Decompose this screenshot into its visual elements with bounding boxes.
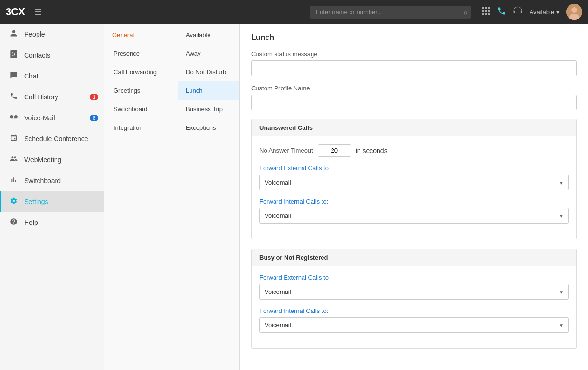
unanswered-forward-external-select-wrap: Voicemail Extension No Answer (259, 175, 569, 190)
status-chevron: ▾ (556, 9, 560, 16)
no-answer-timeout-label: No Answer Timeout (259, 147, 313, 154)
presence-available-label: Available (186, 31, 211, 39)
svg-rect-6 (482, 13, 484, 15)
sidebar-item-switchboard[interactable]: Switchboard (0, 170, 104, 191)
unanswered-calls-header: Unanswered Calls (252, 119, 576, 136)
svg-rect-5 (488, 10, 490, 12)
sidebar-switchboard-label: Switchboard (24, 177, 61, 185)
svg-point-10 (571, 7, 577, 13)
schedule-conference-icon (9, 134, 19, 144)
no-answer-timeout-row: No Answer Timeout in seconds (259, 144, 569, 157)
grid-icon[interactable] (482, 7, 490, 18)
unanswered-forward-external-label: Forward External Calls to (259, 165, 569, 172)
sidebar-item-contacts[interactable]: Contacts (0, 45, 104, 66)
call-history-badge: 1 (90, 94, 98, 100)
presence-lunch[interactable]: Lunch (178, 81, 239, 100)
logo-3: 3 (6, 6, 11, 18)
no-answer-timeout-input[interactable] (318, 144, 351, 157)
sidebar-item-help[interactable]: Help (0, 212, 104, 233)
settings-call-forwarding-label: Call Forwarding (114, 68, 157, 76)
sidebar-item-call-history[interactable]: Call History 1 (0, 87, 104, 107)
content-area: Lunch Custom status message Custom Profi… (240, 24, 588, 370)
busy-forward-internal-label: Forward Internal Calls to: (259, 307, 569, 314)
page-title: Lunch (251, 33, 577, 42)
sidebar-call-history-label: Call History (24, 93, 58, 101)
topbar: 3CX ☰ ⌕ Available ▾ (0, 0, 588, 24)
settings-general-label: General (112, 31, 134, 39)
presence-dnd-label: Do Not Disturb (186, 68, 226, 76)
topbar-icons: Available ▾ (482, 4, 582, 20)
settings-general[interactable]: General (104, 26, 178, 44)
webmeeting-icon (9, 155, 19, 165)
hamburger-icon[interactable]: ☰ (34, 7, 42, 17)
busy-forward-external-select-wrap: Voicemail Extension No Answer (259, 284, 569, 300)
settings-integration[interactable]: Integration (104, 118, 178, 137)
sidebar-item-webmeeting[interactable]: WebMeeting (0, 149, 104, 170)
phone-icon[interactable] (497, 6, 506, 18)
sidebar-settings-label: Settings (24, 198, 48, 205)
settings-switchboard[interactable]: Switchboard (104, 100, 178, 118)
search-bar: ⌕ (310, 6, 471, 19)
svg-rect-1 (485, 7, 487, 9)
unanswered-calls-section: Unanswered Calls No Answer Timeout in se… (251, 119, 577, 239)
presence-exceptions[interactable]: Exceptions (178, 118, 239, 137)
sidebar-schedule-label: Schedule Conference (24, 135, 88, 143)
search-input[interactable] (310, 6, 471, 19)
sidebar-webmeeting-label: WebMeeting (24, 156, 61, 164)
custom-status-message-input[interactable] (251, 60, 577, 76)
headset-icon[interactable] (513, 6, 522, 18)
contacts-icon (9, 50, 19, 60)
svg-rect-3 (482, 10, 484, 12)
status-selector[interactable]: Available ▾ (529, 9, 560, 16)
status-label: Available (529, 9, 554, 16)
settings-presence[interactable]: Presence (104, 44, 178, 63)
settings-call-forwarding[interactable]: Call Forwarding (104, 63, 178, 81)
presence-away-label: Away (186, 50, 201, 57)
unanswered-forward-internal-label: Forward Internal Calls to: (259, 198, 569, 205)
sidebar-help-label: Help (24, 219, 38, 226)
avatar[interactable] (566, 4, 582, 20)
custom-profile-name-input[interactable] (251, 95, 577, 110)
sidebar-contacts-label: Contacts (24, 51, 50, 59)
settings-greetings[interactable]: Greetings (104, 81, 178, 100)
sidebar-item-people[interactable]: People (0, 24, 104, 45)
busy-forward-internal-select-wrap: Voicemail Extension No Answer (259, 317, 569, 333)
voicemail-icon (9, 113, 19, 123)
presence-business-trip-label: Business Trip (186, 106, 223, 113)
main-layout: People Contacts Chat Call History 1 Vo (0, 24, 588, 370)
in-seconds-label: in seconds (356, 147, 388, 155)
presence-do-not-disturb[interactable]: Do Not Disturb (178, 63, 239, 81)
svg-rect-0 (482, 7, 484, 9)
settings-integration-label: Integration (114, 124, 142, 131)
custom-status-message-label: Custom status message (251, 50, 577, 58)
sidebar-voicemail-label: Voice-Mail (24, 114, 55, 122)
sidebar-chat-label: Chat (24, 72, 38, 80)
settings-presence-label: Presence (114, 50, 140, 57)
settings-switchboard-label: Switchboard (114, 106, 148, 113)
busy-forward-internal-select[interactable]: Voicemail Extension No Answer (259, 317, 569, 333)
presence-available[interactable]: Available (178, 26, 239, 44)
settings-greetings-label: Greetings (114, 87, 140, 94)
busy-forward-external-label: Forward External Calls to (259, 274, 569, 281)
unanswered-forward-external-select[interactable]: Voicemail Extension No Answer (259, 175, 569, 190)
presence-away[interactable]: Away (178, 44, 239, 63)
sidebar-people-label: People (24, 30, 45, 38)
unanswered-forward-internal-select[interactable]: Voicemail Extension No Answer (259, 208, 569, 224)
call-history-icon (9, 92, 19, 102)
presence-exceptions-label: Exceptions (186, 124, 216, 131)
sidebar-item-chat[interactable]: Chat (0, 66, 104, 87)
sidebar: People Contacts Chat Call History 1 Vo (0, 24, 104, 370)
busy-forward-external-select[interactable]: Voicemail Extension No Answer (259, 284, 569, 300)
svg-rect-2 (488, 7, 490, 9)
settings-second-panel: General Presence Call Forwarding Greetin… (104, 24, 178, 370)
sidebar-item-schedule-conference[interactable]: Schedule Conference (0, 128, 104, 149)
presence-business-trip[interactable]: Business Trip (178, 100, 239, 118)
busy-not-registered-section: Busy or Not Registered Forward External … (251, 249, 577, 349)
logo: 3CX (6, 6, 25, 18)
presence-third-panel: Available Away Do Not Disturb Lunch Busi… (178, 24, 240, 370)
custom-profile-name-label: Custom Profile Name (251, 85, 577, 92)
sidebar-item-voicemail[interactable]: Voice-Mail 8 (0, 107, 104, 128)
sidebar-item-settings[interactable]: Settings (0, 191, 104, 212)
settings-icon (9, 197, 19, 206)
people-icon (9, 29, 19, 39)
